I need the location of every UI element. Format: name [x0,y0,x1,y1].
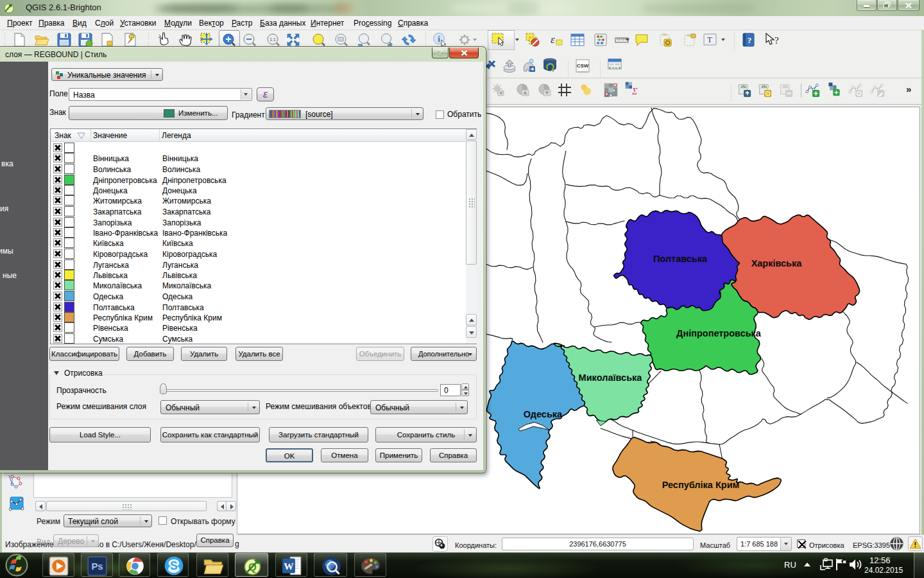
svg-text:?: ? [774,35,779,46]
svg-text:Одеська: Одеська [524,409,563,419]
svg-text:ε: ε [551,33,555,46]
svg-text:Ps: Ps [91,561,103,572]
svg-text:Полтавська: Полтавська [653,254,708,264]
svg-text:Σ: Σ [631,86,638,96]
svg-text:?: ? [748,35,752,45]
svg-text:1:1: 1:1 [270,37,276,42]
svg-text:Республіка Крим: Республіка Крим [662,480,740,490]
svg-text:CSW: CSW [577,63,589,69]
svg-text:Миколаївська: Миколаївська [579,372,643,383]
svg-text:W: W [284,561,294,572]
svg-text:Харківська: Харківська [751,258,803,268]
svg-text:T: T [707,35,712,44]
svg-text:i: i [438,34,440,44]
svg-text:S: S [170,559,178,572]
svg-text:Дніпропетровська: Дніпропетровська [676,328,762,338]
